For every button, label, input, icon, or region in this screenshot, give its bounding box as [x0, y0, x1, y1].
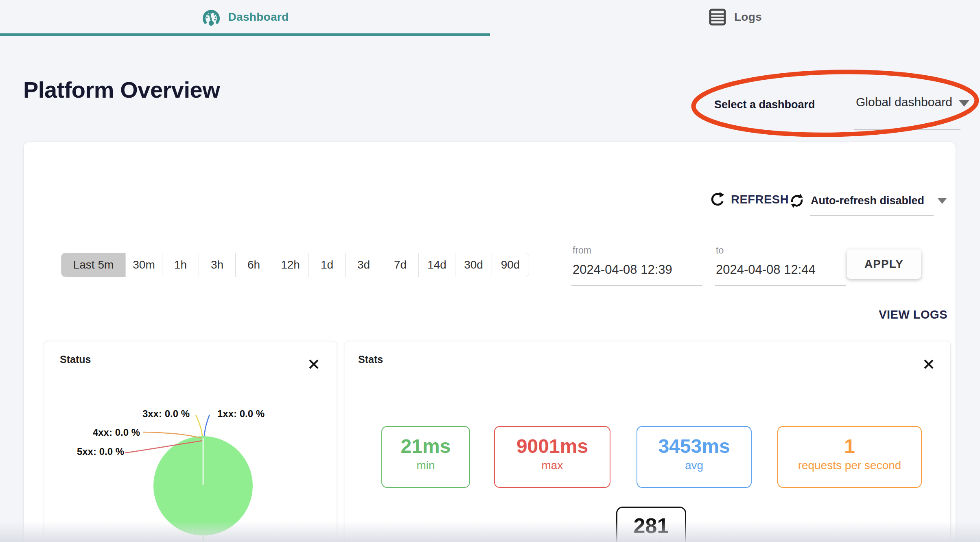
top-tab-bar: Dashboard Logs: [0, 0, 980, 36]
stat-max-value: 9001ms: [495, 435, 610, 457]
stat-box-max: 9001ms max: [494, 426, 610, 488]
auto-refresh-icon: [789, 192, 805, 210]
stat-avg-label: avg: [637, 459, 751, 472]
auto-refresh-label: Auto-refresh disabled: [811, 195, 924, 207]
time-range-30m[interactable]: 30m: [126, 253, 162, 277]
dashboard-panel: REFRESH Auto-refresh disabled Last 5m 30…: [23, 142, 956, 542]
time-range-14d[interactable]: 14d: [419, 253, 455, 277]
time-range-7d[interactable]: 7d: [382, 253, 419, 277]
auto-refresh-underline: [810, 215, 934, 216]
stat-rps-label: requests per second: [778, 459, 921, 472]
auto-refresh-dropdown[interactable]: Auto-refresh disabled: [789, 192, 947, 210]
refresh-icon: [710, 192, 725, 207]
stats-widget-title: Stats: [358, 354, 383, 365]
pie-label-3xx: 3xx: 0.0 %: [129, 408, 190, 420]
tab-dashboard[interactable]: Dashboard: [0, 0, 490, 34]
stat-max-label: max: [495, 459, 610, 472]
pie-label-5xx: 5xx: 0.0 %: [63, 446, 124, 457]
time-range-last-5m[interactable]: Last 5m: [61, 253, 126, 277]
refresh-button[interactable]: REFRESH: [710, 192, 789, 207]
close-icon[interactable]: [922, 358, 935, 371]
to-date-input[interactable]: 2024-04-08 12:44: [716, 262, 816, 277]
tab-dashboard-label: Dashboard: [228, 11, 289, 24]
status-widget: Status 3xx: 0.0 % 1xx: 0.0 % 4xx: 0.0 % …: [44, 341, 337, 542]
time-range-12h[interactable]: 12h: [272, 253, 309, 277]
stat-avg-value: 3453ms: [637, 435, 751, 457]
stat-total-label: total: [617, 540, 685, 542]
time-range-6h[interactable]: 6h: [236, 253, 272, 277]
stat-min-value: 21ms: [382, 435, 469, 457]
to-label: to: [716, 245, 724, 256]
from-label: from: [573, 245, 591, 256]
apply-button[interactable]: APPLY: [847, 249, 921, 279]
from-date-input[interactable]: 2024-04-08 12:39: [573, 262, 672, 277]
dashboard-select-label: Select a dashboard: [714, 98, 815, 111]
tab-logs-label: Logs: [734, 11, 762, 24]
stat-min-label: min: [382, 459, 469, 472]
chevron-down-icon[interactable]: [959, 100, 969, 107]
tab-logs[interactable]: Logs: [490, 0, 980, 34]
active-tab-indicator: [0, 33, 490, 36]
time-range-90d[interactable]: 90d: [492, 253, 529, 277]
page-title: Platform Overview: [23, 76, 220, 103]
dashboard-select-underline: [854, 129, 960, 130]
stat-box-min: 21ms min: [381, 426, 470, 488]
stat-box-avg: 3453ms avg: [637, 426, 752, 488]
time-range-30d[interactable]: 30d: [455, 253, 492, 277]
to-underline: [715, 285, 846, 286]
stat-rps-value: 1: [778, 435, 921, 457]
time-range-1h[interactable]: 1h: [162, 253, 199, 277]
stat-box-rps: 1 requests per second: [777, 426, 922, 488]
pie-label-1xx: 1xx: 0.0 %: [217, 408, 278, 420]
time-range-3h[interactable]: 3h: [199, 253, 236, 277]
view-logs-link[interactable]: VIEW LOGS: [862, 308, 947, 321]
pie-label-4xx: 4xx: 0.0 %: [79, 427, 140, 438]
status-pie-chart: [44, 341, 337, 542]
dashboard-gauge-icon: [201, 7, 221, 27]
stat-box-total: 281 total: [616, 507, 686, 542]
logs-list-icon: [708, 8, 727, 26]
time-range-3d[interactable]: 3d: [346, 253, 382, 277]
dashboard-select[interactable]: Global dashboard: [856, 95, 952, 109]
time-range-group: Last 5m 30m 1h 3h 6h 12h 1d 3d 7d 14d 30…: [61, 253, 529, 277]
stat-total-value: 281: [617, 514, 685, 538]
stats-widget: Stats 21ms min 9001ms max 3453ms avg 1 r…: [345, 341, 951, 542]
chevron-down-icon: [937, 198, 947, 204]
time-range-1d[interactable]: 1d: [309, 253, 346, 277]
refresh-label: REFRESH: [731, 193, 789, 206]
from-underline: [571, 285, 702, 286]
